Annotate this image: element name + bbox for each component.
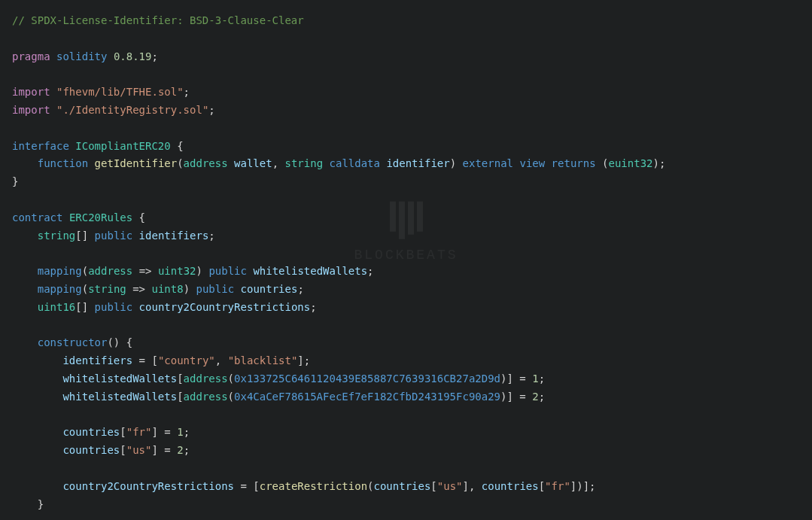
solidity-keyword: solidity xyxy=(56,50,107,62)
number-literal: 2 xyxy=(532,391,538,403)
number-literal: 1 xyxy=(177,426,183,438)
restrictions-var: country2CountryRestrictions xyxy=(62,480,234,492)
pragma-keyword: pragma xyxy=(12,50,50,62)
countries-var: countries xyxy=(482,480,539,492)
returns-keyword: returns xyxy=(552,157,596,169)
identifier-param: identifier xyxy=(386,157,449,169)
import-keyword: import xyxy=(12,104,50,116)
mapping-keyword: mapping xyxy=(38,283,82,295)
version-number: 0.8.19 xyxy=(114,50,152,62)
address-type: address xyxy=(184,373,228,385)
constructor-keyword: constructor xyxy=(38,336,108,348)
countries-var: countries xyxy=(374,480,431,492)
fr-string: "fr" xyxy=(126,426,152,438)
uint8-type: uint8 xyxy=(151,283,183,295)
mapping-keyword: mapping xyxy=(38,265,82,277)
contract-keyword: contract xyxy=(12,211,62,224)
function-name: getIdentifier xyxy=(95,157,178,169)
code-block: // SPDX-License-Identifier: BSD-3-Clause… xyxy=(12,12,800,513)
string-type: string xyxy=(88,283,126,295)
import-path-1: "fhevm/lib/TFHE.sol" xyxy=(56,86,184,98)
address-literal-1: 0x133725C6461120439E85887C7639316CB27a2D… xyxy=(234,373,500,385)
public-keyword: public xyxy=(208,265,247,277)
fr-string: "fr" xyxy=(545,480,570,492)
us-string: "us" xyxy=(437,480,463,492)
function-keyword: function xyxy=(38,157,88,169)
address-type: address xyxy=(184,391,228,403)
identifiers-var: identifiers xyxy=(62,354,132,366)
external-keyword: external xyxy=(463,157,513,169)
calldata-keyword: calldata xyxy=(330,157,380,169)
view-keyword: view xyxy=(519,157,545,169)
countries-var: countries xyxy=(241,283,298,295)
interface-name: ICompliantERC20 xyxy=(75,140,170,152)
address-type: address xyxy=(88,265,132,277)
create-restriction-fn: createRestriction xyxy=(260,480,367,492)
import-path-2: "./IdentityRegistry.sol" xyxy=(56,104,208,116)
countries-var: countries xyxy=(62,444,120,456)
import-keyword: import xyxy=(12,86,50,98)
contract-name: ERC20Rules xyxy=(69,211,132,224)
address-literal-2: 0x4CaCeF78615AFecEf7eF182CfbD243195Fc90a… xyxy=(234,391,500,403)
public-keyword: public xyxy=(95,230,133,242)
blacklist-string: "blacklist" xyxy=(228,354,298,366)
us-string: "us" xyxy=(126,444,152,456)
country-string: "country" xyxy=(158,354,215,366)
string-type: string xyxy=(38,230,76,242)
identifiers-var: identifiers xyxy=(139,230,209,242)
interface-keyword: interface xyxy=(12,140,69,152)
wallet-param: wallet xyxy=(234,157,272,169)
whitelisted-wallets-var: whitelistedWallets xyxy=(62,373,177,385)
whitelisted-wallets-var: whitelistedWallets xyxy=(62,391,177,403)
number-literal: 2 xyxy=(177,444,183,456)
uint32-type: uint32 xyxy=(158,265,196,277)
uint16-type: uint16 xyxy=(38,301,76,313)
number-literal: 1 xyxy=(532,373,538,385)
restrictions-var: country2CountryRestrictions xyxy=(139,301,311,313)
euint32-type: euint32 xyxy=(609,157,653,169)
countries-var: countries xyxy=(62,426,120,438)
public-keyword: public xyxy=(196,283,235,295)
license-comment: // SPDX-License-Identifier: BSD-3-Clause… xyxy=(12,14,304,26)
address-type: address xyxy=(184,157,228,169)
string-type: string xyxy=(285,157,324,169)
whitelisted-wallets-var: whitelistedWallets xyxy=(253,265,367,277)
public-keyword: public xyxy=(95,301,133,313)
